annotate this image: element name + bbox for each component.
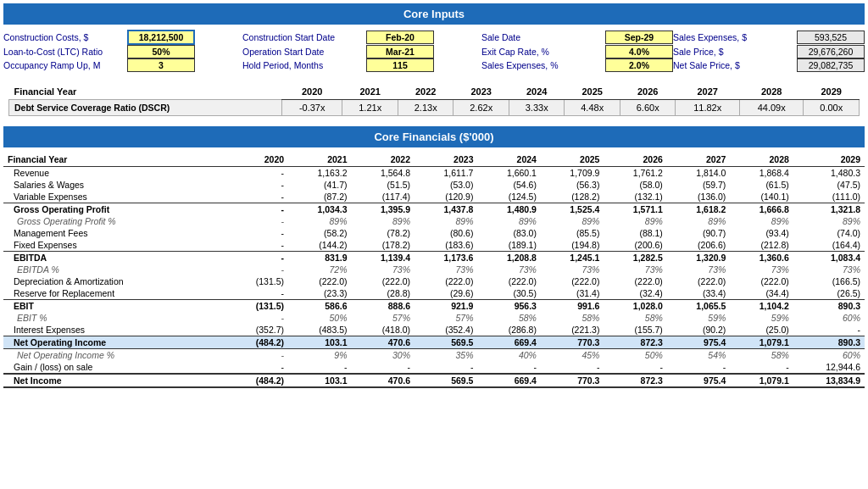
operation-start-value[interactable]: Mar-21 — [366, 45, 434, 58]
dscr-2023: 2.62x — [453, 100, 509, 116]
construction-cost-value[interactable]: 18,212,500 — [127, 30, 195, 45]
fin-2026-header: 2026 — [604, 153, 666, 167]
net-income-row: Net Income (484.2)103.1470.6569.5669.477… — [3, 374, 865, 387]
dscr-2029: 0.00x — [804, 100, 860, 116]
noi-pct-label: Net Operating Income % — [3, 349, 228, 362]
exit-cap-label: Exit Cap Rate, % — [481, 47, 600, 57]
financial-year-label: Financial Year — [9, 84, 282, 100]
revenue-2028: 1,868.4 — [730, 167, 793, 180]
exit-cap-row: Exit Cap Rate, % 4.0% — [481, 45, 673, 58]
ebit-pct-label: EBIT % — [3, 312, 228, 324]
operation-start-row: Operation Start Date Mar-21 — [242, 45, 481, 58]
year-2020: 2020 — [281, 84, 342, 100]
sales-expenses-dollar-label: Sales Expenses, $ — [673, 32, 792, 42]
sale-price-value: 29,676,260 — [797, 45, 865, 58]
fin-2025-header: 2025 — [541, 153, 604, 167]
ebitda-pct-row: EBITDA % -72%73%73%73%73%73%73%73%73% — [3, 264, 865, 275]
core-inputs-header: Core Inputs — [3, 3, 865, 25]
fin-2029-header: 2029 — [793, 153, 865, 167]
noi-label: Net Operating Income — [3, 336, 228, 349]
ltc-value[interactable]: 50% — [127, 45, 195, 58]
revenue-2020: - — [228, 167, 289, 180]
noi-row: Net Operating Income (484.2)103.1470.656… — [3, 336, 865, 349]
core-inputs-section: Core Inputs Construction Costs, $ 18,212… — [3, 3, 865, 72]
da-row: Depreciation & Amortization (131.5)(222.… — [3, 275, 865, 287]
gross-operating-profit-row: Gross Operating Profit -1,034.31,395.91,… — [3, 203, 865, 216]
exit-cap-value[interactable]: 4.0% — [605, 45, 673, 58]
occupancy-row: Occupancy Ramp Up, M 3 — [3, 58, 242, 72]
dscr-table: Financial Year 2020 2021 2022 2023 2024 … — [8, 84, 860, 116]
fin-year-col-header: Financial Year — [3, 153, 228, 167]
dscr-2024: 3.33x — [509, 100, 565, 116]
sale-price-row: Sale Price, $ 29,676,260 — [673, 45, 865, 58]
sale-date-label: Sale Date — [481, 32, 600, 42]
year-2022: 2022 — [398, 84, 453, 100]
sales-expenses-pct-value[interactable]: 2.0% — [605, 58, 673, 72]
gross-operating-profit-label: Gross Operating Profit — [3, 203, 228, 216]
year-2026: 2026 — [620, 84, 676, 100]
sale-date-value[interactable]: Sep-29 — [605, 31, 673, 44]
construction-start-row: Construction Start Date Feb-20 — [242, 31, 481, 44]
revenue-2025: 1,709.9 — [541, 167, 604, 180]
management-fees-label: Management Fees — [3, 227, 228, 239]
salaries-label: Salaries & Wages — [3, 179, 228, 191]
salaries-row: Salaries & Wages -(41.7)(51.5)(53.0)(54.… — [3, 179, 865, 191]
ebitda-label: EBITDA — [3, 252, 228, 264]
construction-cost-row: Construction Costs, $ 18,212,500 — [3, 30, 242, 45]
gain-loss-row: Gain / (loss) on sale ---------12,944.6 — [3, 361, 865, 374]
variable-expenses-row: Variable Expenses -(87.2)(117.4)(120.9)(… — [3, 191, 865, 203]
construction-start-label: Construction Start Date — [242, 32, 361, 42]
interest-row: Interest Expenses (352.7)(483.5)(418.0)(… — [3, 324, 865, 336]
hold-period-value[interactable]: 115 — [366, 58, 434, 72]
fin-2027-header: 2027 — [667, 153, 730, 167]
year-2027: 2027 — [676, 84, 740, 100]
revenue-2021: 1,163.2 — [288, 167, 351, 180]
dscr-2021: 1.21x — [342, 100, 398, 116]
year-2028: 2028 — [739, 84, 804, 100]
ebit-row: EBIT (131.5)586.6888.6921.9956.3991.61,0… — [3, 300, 865, 313]
revenue-2023: 1,611.7 — [415, 167, 477, 180]
fin-2023-header: 2023 — [415, 153, 477, 167]
net-sale-price-row: Net Sale Price, $ 29,082,735 — [673, 58, 865, 72]
dscr-2027: 11.82x — [676, 100, 740, 116]
revenue-label: Revenue — [3, 167, 228, 180]
year-2024: 2024 — [509, 84, 565, 100]
gop-pct-row: Gross Operating Profit % -89%89%89%89%89… — [3, 215, 865, 227]
dscr-2028: 44.09x — [739, 100, 804, 116]
dscr-section: Financial Year 2020 2021 2022 2023 2024 … — [3, 81, 865, 119]
hold-period-label: Hold Period, Months — [242, 60, 361, 70]
ebit-label: EBIT — [3, 300, 228, 313]
inputs-table: Construction Costs, $ 18,212,500 Constru… — [3, 30, 865, 72]
operation-start-label: Operation Start Date — [242, 47, 361, 57]
sales-expenses-pct-label: Sales Expenses, % — [481, 60, 600, 70]
interest-label: Interest Expenses — [3, 324, 228, 336]
sales-expenses-dollar-row: Sales Expenses, $ 593,525 — [673, 31, 865, 44]
dscr-2020: -0.37x — [281, 100, 342, 116]
ltc-row: Loan-to-Cost (LTC) Ratio 50% — [3, 45, 242, 58]
ebit-pct-row: EBIT % -50%57%57%58%58%58%59%59%60% — [3, 312, 865, 324]
year-2025: 2025 — [565, 84, 620, 100]
fin-2021-header: 2021 — [288, 153, 351, 167]
fixed-expenses-row: Fixed Expenses -(144.2)(178.2)(183.6)(18… — [3, 239, 865, 252]
fixed-expenses-label: Fixed Expenses — [3, 239, 228, 252]
year-2021: 2021 — [342, 84, 398, 100]
occupancy-value[interactable]: 3 — [127, 58, 195, 72]
occupancy-label: Occupancy Ramp Up, M — [3, 60, 122, 70]
fin-2020-header: 2020 — [228, 153, 289, 167]
fin-2024-header: 2024 — [477, 153, 540, 167]
sales-expenses-dollar-value: 593,525 — [797, 31, 865, 44]
dscr-2026: 6.60x — [620, 100, 676, 116]
gop-pct-label: Gross Operating Profit % — [3, 215, 228, 227]
fin-2028-header: 2028 — [730, 153, 793, 167]
gain-loss-label: Gain / (loss) on sale — [3, 361, 228, 374]
management-fees-row: Management Fees -(58.2)(78.2)(80.6)(83.0… — [3, 227, 865, 239]
construction-start-value[interactable]: Feb-20 — [366, 31, 434, 44]
ltc-label: Loan-to-Cost (LTC) Ratio — [3, 47, 122, 57]
revenue-row: Revenue - 1,163.2 1,564.8 1,611.7 1,660.… — [3, 167, 865, 180]
dscr-label: Debt Service Coverage Ratio (DSCR) — [9, 100, 282, 116]
sales-expenses-pct-row: Sales Expenses, % 2.0% — [481, 58, 673, 72]
page: Core Inputs Construction Costs, $ 18,212… — [0, 0, 868, 392]
year-2029: 2029 — [804, 84, 860, 100]
hold-period-row: Hold Period, Months 115 — [242, 58, 481, 72]
ebitda-row: EBITDA -831.91,139.41,173.61,208.81,245.… — [3, 252, 865, 264]
